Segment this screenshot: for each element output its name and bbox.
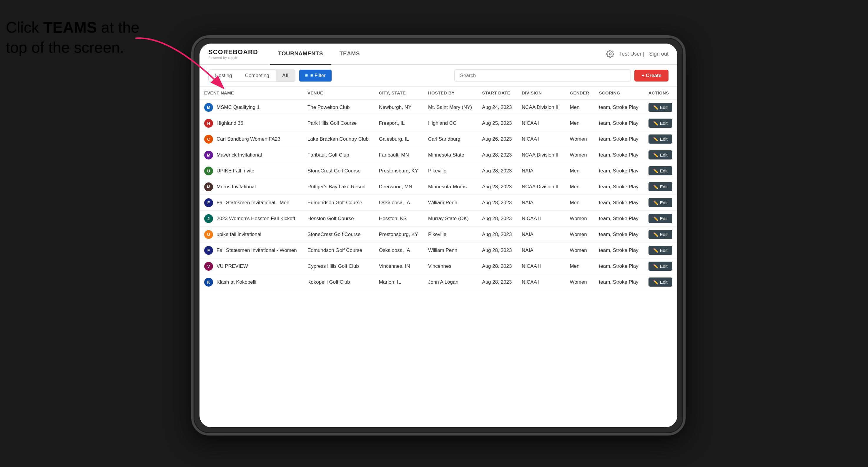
cell-venue-11: Kokopelli Golf Club	[303, 274, 374, 290]
team-logo-5: M	[204, 182, 213, 191]
user-name: Test User |	[619, 51, 644, 57]
table-row: F Fall Statesmen Invitational - Women Ed…	[199, 243, 677, 258]
cell-city-7: Hesston, KS	[374, 211, 424, 226]
edit-button-4[interactable]: ✏️ Edit	[649, 166, 672, 176]
cell-division-7: NICAA II	[517, 211, 565, 226]
event-name-text-1: Highland 36	[217, 120, 243, 126]
table-row: M MSMC Qualifying 1 The Powelton Club Ne…	[199, 99, 677, 115]
cell-city-10: Vincennes, IN	[374, 258, 424, 274]
filter-hosting[interactable]: Hosting	[209, 70, 239, 82]
tournaments-table: EVENT NAME VENUE CITY, STATE HOSTED BY S…	[199, 87, 677, 290]
cell-division-10: NICAA II	[517, 258, 565, 274]
edit-button-5[interactable]: ✏️ Edit	[649, 182, 672, 191]
toolbar: Hosting Competing All ≡ ≡ Filter + Creat…	[199, 65, 677, 87]
cell-gender-11: Women	[565, 274, 594, 290]
cell-actions-4: ✏️ Edit	[644, 163, 677, 179]
edit-button-6[interactable]: ✏️ Edit	[649, 198, 672, 207]
team-logo-9: F	[204, 246, 213, 255]
cell-scoring-3: team, Stroke Play	[594, 147, 644, 163]
cell-city-11: Marion, IL	[374, 274, 424, 290]
cell-venue-9: Edmundson Golf Course	[303, 243, 374, 258]
edit-label-5: Edit	[660, 184, 668, 189]
cell-actions-2: ✏️ Edit	[644, 131, 677, 147]
svg-point-1	[609, 53, 612, 55]
create-button[interactable]: + Create	[634, 70, 669, 82]
cell-actions-8: ✏️ Edit	[644, 226, 677, 243]
table-row: V VU PREVIEW Cypress Hills Golf Club Vin…	[199, 258, 677, 274]
cell-scoring-4: team, Stroke Play	[594, 163, 644, 179]
cell-venue-10: Cypress Hills Golf Club	[303, 258, 374, 274]
edit-button-0[interactable]: ✏️ Edit	[649, 103, 672, 112]
col-division: DIVISION	[517, 87, 565, 99]
table-row: M Maverick Invitational Faribault Golf C…	[199, 147, 677, 163]
cell-city-2: Galesburg, IL	[374, 131, 424, 147]
cell-gender-7: Women	[565, 211, 594, 226]
cell-event-name-7: 2 2023 Women's Hesston Fall Kickoff	[199, 211, 303, 226]
table-row: C Carl Sandburg Women FA23 Lake Bracken …	[199, 131, 677, 147]
edit-button-9[interactable]: ✏️ Edit	[649, 246, 672, 255]
cell-hosted-10: Vincennes	[424, 258, 477, 274]
header-right: Test User | Sign out	[606, 50, 669, 58]
cell-gender-0: Men	[565, 99, 594, 115]
cell-gender-1: Men	[565, 115, 594, 131]
cell-event-name-6: F Fall Statesmen Invitational - Men	[199, 195, 303, 211]
cell-city-0: Newburgh, NY	[374, 99, 424, 115]
cell-division-8: NAIA	[517, 226, 565, 243]
cell-scoring-10: team, Stroke Play	[594, 258, 644, 274]
edit-label-0: Edit	[660, 105, 668, 110]
cell-division-11: NICAA I	[517, 274, 565, 290]
cell-scoring-9: team, Stroke Play	[594, 243, 644, 258]
edit-icon-0: ✏️	[653, 105, 658, 110]
event-name-text-5: Morris Invitational	[217, 184, 256, 190]
tab-tournaments[interactable]: TOURNAMENTS	[270, 43, 331, 65]
filter-icon: ≡	[305, 73, 308, 79]
edit-icon-4: ✏️	[653, 168, 658, 173]
settings-icon[interactable]	[606, 50, 614, 58]
edit-button-11[interactable]: ✏️ Edit	[649, 278, 672, 287]
edit-button-10[interactable]: ✏️ Edit	[649, 261, 672, 271]
app-logo-title: SCOREBOARD	[208, 48, 258, 56]
edit-button-2[interactable]: ✏️ Edit	[649, 134, 672, 144]
cell-gender-3: Women	[565, 147, 594, 163]
edit-label-9: Edit	[660, 248, 668, 253]
edit-icon-9: ✏️	[653, 248, 658, 253]
teams-emphasis: TEAMS	[43, 19, 97, 36]
cell-scoring-6: team, Stroke Play	[594, 195, 644, 211]
team-logo-0: M	[204, 103, 213, 112]
cell-event-name-9: F Fall Statesmen Invitational - Women	[199, 243, 303, 258]
cell-event-name-1: H Highland 36	[199, 115, 303, 131]
cell-venue-6: Edmundson Golf Course	[303, 195, 374, 211]
edit-label-1: Edit	[660, 121, 668, 126]
filter-competing[interactable]: Competing	[239, 70, 276, 82]
cell-actions-11: ✏️ Edit	[644, 274, 677, 290]
edit-button-8[interactable]: ✏️ Edit	[649, 230, 672, 239]
cell-actions-3: ✏️ Edit	[644, 147, 677, 163]
sign-out-link[interactable]: Sign out	[649, 51, 669, 57]
cell-gender-6: Men	[565, 195, 594, 211]
cell-gender-5: Men	[565, 179, 594, 195]
edit-button-3[interactable]: ✏️ Edit	[649, 150, 672, 159]
tab-teams[interactable]: TEAMS	[331, 43, 368, 65]
cell-gender-10: Men	[565, 258, 594, 274]
cell-division-2: NICAA I	[517, 131, 565, 147]
advanced-filter-button[interactable]: ≡ ≡ Filter	[299, 69, 332, 82]
cell-city-4: Prestonsburg, KY	[374, 163, 424, 179]
team-logo-6: F	[204, 198, 213, 207]
search-input[interactable]	[454, 69, 631, 82]
cell-scoring-0: team, Stroke Play	[594, 99, 644, 115]
event-name-text-9: Fall Statesmen Invitational - Women	[217, 247, 297, 253]
cell-venue-7: Hesston Golf Course	[303, 211, 374, 226]
event-name-text-8: upike fall invitational	[217, 231, 261, 238]
edit-button-7[interactable]: ✏️ Edit	[649, 214, 672, 223]
cell-venue-2: Lake Bracken Country Club	[303, 131, 374, 147]
app-header: SCOREBOARD Powered by clippit TOURNAMENT…	[199, 43, 677, 65]
cell-date-2: Aug 26, 2023	[477, 131, 517, 147]
table-row: U upike fall invitational StoneCrest Gol…	[199, 226, 677, 243]
cell-hosted-1: Highland CC	[424, 115, 477, 131]
cell-event-name-4: U UPIKE Fall Invite	[199, 163, 303, 179]
filter-all[interactable]: All	[276, 70, 295, 82]
edit-label-4: Edit	[660, 168, 668, 173]
col-event-name: EVENT NAME	[199, 87, 303, 99]
edit-button-1[interactable]: ✏️ Edit	[649, 119, 672, 128]
team-logo-8: U	[204, 230, 213, 239]
